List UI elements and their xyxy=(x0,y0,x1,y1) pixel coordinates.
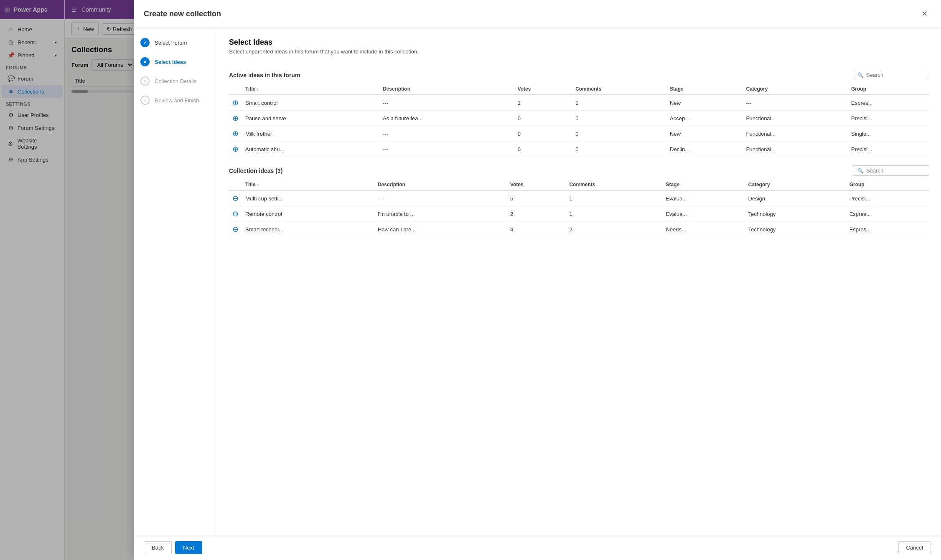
modal-overlay: Create new collection ✕ ✓ Select Forum ●… xyxy=(65,0,941,560)
idea-group: Precisi... xyxy=(848,142,929,157)
modal-body: ✓ Select Forum ● Select Ideas ○ Collecti… xyxy=(134,28,941,535)
wizard-step-collection-details: ○ Collection Details xyxy=(140,76,210,86)
idea-title: Automatic shu... xyxy=(242,142,379,157)
footer-left: Back Next xyxy=(144,541,202,554)
remove-icon-cell[interactable]: ⊖ xyxy=(229,222,242,237)
col-category-collection: Category xyxy=(745,179,846,190)
table-row: ⊖ Smart technol... How can I bre... 4 2 … xyxy=(229,222,929,237)
col-category-active: Category xyxy=(743,84,848,95)
step-label-select-forum: Select Forum xyxy=(155,40,187,46)
idea-stage: New xyxy=(666,95,743,111)
search-icon: 🔍 xyxy=(857,168,864,174)
next-button[interactable]: Next xyxy=(175,541,202,554)
idea-category: Functional... xyxy=(743,126,848,142)
wizard-step-select-ideas: ● Select Ideas xyxy=(140,57,210,66)
idea-title: Multi cup setti... xyxy=(242,190,374,206)
idea-group: Single... xyxy=(848,126,929,142)
col-desc-collection: Description xyxy=(374,179,507,190)
idea-stage: Evalua... xyxy=(662,206,745,222)
active-ideas-header: Active ideas in this forum 🔍 xyxy=(229,70,929,80)
add-icon[interactable]: ⊕ xyxy=(232,129,239,138)
active-ideas-section: Active ideas in this forum 🔍 Title↓ xyxy=(229,70,929,157)
idea-comments: 1 xyxy=(566,190,662,206)
active-ideas-label: Active ideas in this forum xyxy=(229,72,300,79)
idea-comments: 0 xyxy=(572,111,666,126)
idea-category: --- xyxy=(743,95,848,111)
idea-votes: 2 xyxy=(507,206,566,222)
idea-description: How can I bre... xyxy=(374,222,507,237)
idea-title: Smart technol... xyxy=(242,222,374,237)
idea-title: Milk frother xyxy=(242,126,379,142)
idea-stage: Declin... xyxy=(666,142,743,157)
table-row: ⊖ Multi cup setti... --- 5 1 Evalua... D… xyxy=(229,190,929,206)
col-group-collection: Group xyxy=(846,179,929,190)
wizard-step-select-forum: ✓ Select Forum xyxy=(140,38,210,47)
idea-stage: Evalua... xyxy=(662,190,745,206)
table-row: ⊕ Smart control --- 1 1 New --- Espres..… xyxy=(229,95,929,111)
col-title-active: Title↓ xyxy=(242,84,379,95)
remove-icon[interactable]: ⊖ xyxy=(232,194,239,203)
close-button[interactable]: ✕ xyxy=(918,8,931,20)
back-button[interactable]: Back xyxy=(144,541,172,554)
idea-description: --- xyxy=(379,95,514,111)
remove-icon[interactable]: ⊖ xyxy=(232,210,239,218)
add-icon[interactable]: ⊕ xyxy=(232,99,239,107)
create-collection-modal: Create new collection ✕ ✓ Select Forum ●… xyxy=(134,0,941,560)
idea-group: Precisi... xyxy=(846,190,929,206)
idea-votes: 0 xyxy=(514,126,572,142)
footer-right: Cancel xyxy=(898,541,931,554)
add-icon-cell[interactable]: ⊕ xyxy=(229,95,242,111)
idea-comments: 0 xyxy=(572,126,666,142)
col-action-active xyxy=(229,84,242,95)
collection-ideas-section: Collection ideas (3) 🔍 Title↑ xyxy=(229,165,929,237)
collection-ideas-search-box[interactable]: 🔍 xyxy=(853,165,929,176)
remove-icon-cell[interactable]: ⊖ xyxy=(229,190,242,206)
active-ideas-search-box[interactable]: 🔍 xyxy=(853,70,929,80)
add-icon[interactable]: ⊕ xyxy=(232,114,239,122)
modal-footer: Back Next Cancel xyxy=(134,535,941,560)
step-circle-collection-details: ○ xyxy=(140,76,150,86)
idea-category: Design xyxy=(745,190,846,206)
idea-votes: 1 xyxy=(514,95,572,111)
collection-ideas-search-input[interactable] xyxy=(866,167,925,174)
idea-stage: Accep... xyxy=(666,111,743,126)
step-label-select-ideas: Select Ideas xyxy=(155,59,186,65)
collection-ideas-header: Collection ideas (3) 🔍 xyxy=(229,165,929,176)
idea-comments: 2 xyxy=(566,222,662,237)
add-icon-cell[interactable]: ⊕ xyxy=(229,142,242,157)
add-icon[interactable]: ⊕ xyxy=(232,145,239,153)
idea-category: Technology xyxy=(745,222,846,237)
step-label-collection-details: Collection Details xyxy=(155,78,196,84)
select-ideas-header: Select Ideas Select unparented ideas in … xyxy=(229,38,929,61)
active-ideas-table: Title↓ Description Votes Comments Stage … xyxy=(229,84,929,157)
idea-description: --- xyxy=(379,126,514,142)
idea-votes: 0 xyxy=(514,111,572,126)
idea-votes: 5 xyxy=(507,190,566,206)
collection-ideas-table: Title↑ Description Votes Comments Stage … xyxy=(229,179,929,237)
add-icon-cell[interactable]: ⊕ xyxy=(229,126,242,142)
idea-votes: 0 xyxy=(514,142,572,157)
remove-icon-cell[interactable]: ⊖ xyxy=(229,206,242,222)
active-ideas-search-input[interactable] xyxy=(866,72,925,78)
remove-icon[interactable]: ⊖ xyxy=(232,225,239,233)
idea-comments: 1 xyxy=(572,95,666,111)
idea-comments: 0 xyxy=(572,142,666,157)
idea-title: Remote control xyxy=(242,206,374,222)
col-group-active: Group xyxy=(848,84,929,95)
modal-main-content: Select Ideas Select unparented ideas in … xyxy=(217,28,941,535)
table-row: ⊕ Pause and serve As a future fea... 0 0… xyxy=(229,111,929,126)
search-icon: 🔍 xyxy=(857,72,864,78)
add-icon-cell[interactable]: ⊕ xyxy=(229,111,242,126)
col-comments-active: Comments xyxy=(572,84,666,95)
sort-icon: ↓ xyxy=(257,87,259,91)
col-votes-active: Votes xyxy=(514,84,572,95)
idea-category: Technology xyxy=(745,206,846,222)
col-votes-collection: Votes xyxy=(507,179,566,190)
idea-description: --- xyxy=(379,142,514,157)
table-row: ⊖ Remote control I'm unable to ... 2 1 E… xyxy=(229,206,929,222)
col-action-collection xyxy=(229,179,242,190)
wizard-steps: ✓ Select Forum ● Select Ideas ○ Collecti… xyxy=(134,28,217,535)
cancel-button[interactable]: Cancel xyxy=(898,541,931,554)
table-row: ⊕ Milk frother --- 0 0 New Functional...… xyxy=(229,126,929,142)
step-circle-select-forum: ✓ xyxy=(140,38,150,47)
